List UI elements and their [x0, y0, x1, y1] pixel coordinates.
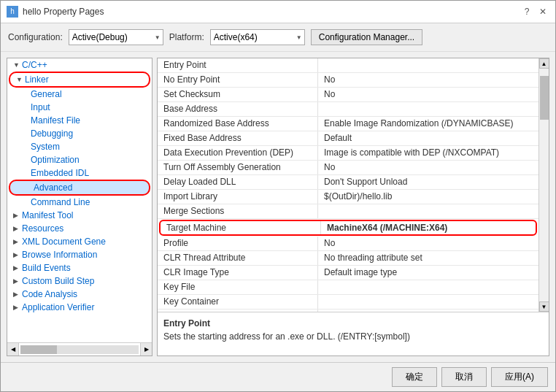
- tree-item-general[interactable]: General: [7, 88, 152, 101]
- prop-row-1[interactable]: No Entry PointNo: [158, 73, 538, 88]
- ok-button[interactable]: 确定: [392, 367, 437, 387]
- prop-value-8: Don't Support Unload: [318, 175, 538, 189]
- tree-item-advanced[interactable]: Advanced: [9, 180, 150, 196]
- prop-name-13: CLR Thread Attribute: [158, 251, 318, 265]
- prop-name-0: Entry Point: [158, 58, 318, 72]
- right-panel-wrapper: Entry PointNo Entry PointNoSet ChecksumN…: [158, 58, 549, 312]
- tree-label-advanced: Advanced: [34, 182, 72, 193]
- config-manager-button[interactable]: Configuration Manager...: [311, 29, 422, 45]
- bottom-bar: 确定 取消 应用(A): [1, 362, 555, 391]
- tree-item-code-analysis[interactable]: ▶Code Analysis: [7, 288, 152, 301]
- prop-value-0: [318, 58, 538, 72]
- prop-name-8: Delay Loaded DLL: [158, 175, 318, 189]
- tree-item-embedded-idl[interactable]: Embedded IDL: [7, 166, 152, 180]
- left-scroll-left[interactable]: ◀: [7, 343, 19, 356]
- help-button[interactable]: ?: [520, 5, 533, 18]
- tree-label-embedded-idl: Embedded IDL: [31, 168, 89, 178]
- prop-row-12[interactable]: ProfileNo: [158, 237, 538, 251]
- prop-name-11: Target Machine: [161, 221, 321, 234]
- expand-arrow-linker: ▼: [16, 76, 23, 83]
- prop-value-10: [318, 204, 538, 218]
- tree-label-system: System: [31, 142, 60, 152]
- left-scroll-right[interactable]: ▶: [140, 343, 152, 356]
- close-button[interactable]: ✕: [536, 5, 549, 18]
- prop-table-scroll: Entry PointNo Entry PointNoSet ChecksumN…: [158, 58, 538, 312]
- prop-value-6: Image is compatible with DEP (/NXCOMPAT): [318, 146, 538, 160]
- tree-item-xml-doc[interactable]: ▶XML Document Gene: [7, 235, 152, 248]
- platform-label: Platform:: [169, 32, 204, 42]
- prop-name-9: Import Library: [158, 190, 318, 204]
- prop-name-2: Set Checksum: [158, 88, 318, 101]
- prop-row-13[interactable]: CLR Thread AttributeNo threading attribu…: [158, 251, 538, 266]
- prop-value-11: MachineX64 (/MACHINE:X64): [321, 221, 536, 234]
- tree-item-custom-build[interactable]: ▶Custom Build Step: [7, 274, 152, 288]
- scroll-down[interactable]: ▼: [539, 301, 549, 312]
- tree-label-custom-build: Custom Build Step: [22, 276, 94, 286]
- left-hscrollbar: [20, 345, 139, 354]
- prop-value-7: No: [318, 161, 538, 174]
- prop-row-10[interactable]: Merge Sections: [158, 204, 538, 219]
- tree-label-input: Input: [31, 102, 50, 112]
- cancel-button[interactable]: 取消: [441, 367, 487, 387]
- prop-row-6[interactable]: Data Execution Prevention (DEP)Image is …: [158, 146, 538, 161]
- tree-label-command-line: Command Line: [31, 197, 90, 207]
- config-select-wrapper: Active(Debug): [69, 29, 163, 45]
- tree-item-cpp[interactable]: ▼C/C++: [7, 58, 152, 72]
- prop-name-16: Key Container: [158, 295, 318, 309]
- prop-row-16[interactable]: Key Container: [158, 295, 538, 310]
- prop-name-6: Data Execution Prevention (DEP): [158, 146, 318, 160]
- platform-select[interactable]: Active(x64): [210, 29, 305, 45]
- prop-value-12: No: [318, 237, 538, 250]
- tree-label-cpp: C/C++: [22, 60, 47, 70]
- tree-label-debugging: Debugging: [31, 128, 73, 139]
- prop-row-9[interactable]: Import Library$(OutDir)/hello.lib: [158, 190, 538, 204]
- prop-value-9: $(OutDir)/hello.lib: [318, 190, 538, 204]
- prop-row-7[interactable]: Turn Off Assembly GenerationNo: [158, 161, 538, 175]
- expand-arrow-manifest-tool: ▶: [13, 212, 20, 219]
- right-panel: Entry PointNo Entry PointNoSet ChecksumN…: [157, 58, 549, 356]
- prop-row-14[interactable]: CLR Image TypeDefault image type: [158, 266, 538, 280]
- prop-row-5[interactable]: Fixed Base AddressDefault: [158, 131, 538, 146]
- prop-row-0[interactable]: Entry Point: [158, 58, 538, 73]
- prop-name-5: Fixed Base Address: [158, 131, 318, 145]
- tree-item-input[interactable]: Input: [7, 101, 152, 114]
- tree-item-command-line[interactable]: Command Line: [7, 196, 152, 209]
- title-bar: h hello Property Pages ? ✕: [1, 1, 555, 23]
- apply-button[interactable]: 应用(A): [491, 367, 548, 387]
- tree-label-build-events: Build Events: [22, 263, 71, 273]
- tree-item-manifest-file[interactable]: Manifest File: [7, 114, 152, 127]
- scroll-up[interactable]: ▲: [539, 58, 549, 69]
- left-panel-bottom: ◀ ▶: [7, 342, 152, 356]
- prop-row-8[interactable]: Delay Loaded DLLDon't Support Unload: [158, 175, 538, 190]
- expand-arrow-build-events: ▶: [13, 264, 20, 272]
- tree-item-app-verifier[interactable]: ▶Application Verifier: [7, 301, 152, 314]
- prop-row-15[interactable]: Key File: [158, 280, 538, 295]
- tree-item-resources[interactable]: ▶Resources: [7, 222, 152, 235]
- tree-item-debugging[interactable]: Debugging: [7, 127, 152, 140]
- tree-item-system[interactable]: System: [7, 140, 152, 153]
- expand-arrow-app-verifier: ▶: [13, 304, 20, 311]
- tree-item-linker[interactable]: ▼Linker: [9, 72, 150, 88]
- config-select[interactable]: Active(Debug): [69, 29, 163, 45]
- description-area: Entry Point Sets the starting address fo…: [158, 312, 549, 356]
- expand-arrow-code-analysis: ▶: [13, 291, 20, 298]
- prop-name-15: Key File: [158, 280, 318, 294]
- prop-row-11[interactable]: Target MachineMachineX64 (/MACHINE:X64): [159, 220, 537, 236]
- dialog-title: hello Property Pages: [23, 7, 104, 17]
- prop-value-15: [318, 280, 538, 294]
- left-panel: ▼C/C++▼Linker General Input Manifest Fil…: [7, 58, 152, 356]
- tree-item-manifest-tool[interactable]: ▶Manifest Tool: [7, 209, 152, 222]
- config-row: Configuration: Active(Debug) Platform: A…: [1, 23, 555, 52]
- prop-row-2[interactable]: Set ChecksumNo: [158, 88, 538, 102]
- prop-name-12: Profile: [158, 237, 318, 250]
- expand-arrow-xml-doc: ▶: [13, 238, 20, 245]
- tree-item-browse-info[interactable]: ▶Browse Information: [7, 248, 152, 261]
- scroll-track: [539, 69, 549, 301]
- tree-item-build-events[interactable]: ▶Build Events: [7, 261, 152, 274]
- prop-name-7: Turn Off Assembly Generation: [158, 161, 318, 174]
- prop-value-16: [318, 295, 538, 309]
- tree-item-optimization[interactable]: Optimization: [7, 153, 152, 166]
- prop-row-3[interactable]: Base Address: [158, 102, 538, 117]
- prop-value-13: No threading attribute set: [318, 251, 538, 265]
- prop-row-4[interactable]: Randomized Base AddressEnable Image Rand…: [158, 117, 538, 131]
